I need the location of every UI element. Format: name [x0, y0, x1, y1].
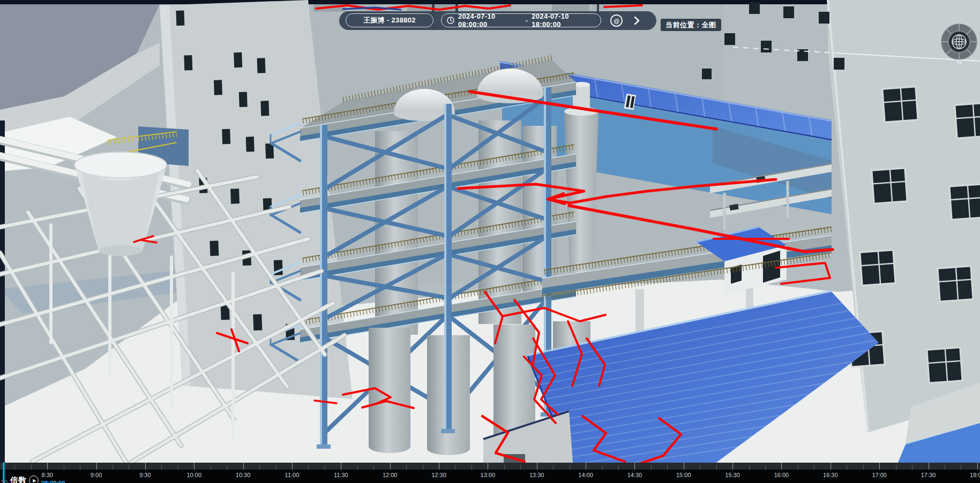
timeline-tick[interactable] [553, 465, 553, 470]
timeline-tick[interactable] [684, 463, 684, 470]
timeline-tick[interactable] [161, 465, 162, 470]
timeline-tick[interactable] [194, 463, 194, 470]
timeline-tick[interactable] [896, 465, 896, 470]
timeline-tick[interactable] [929, 463, 929, 470]
timeline-tick[interactable] [765, 465, 766, 470]
timeline-tick-label: 17:30 [921, 472, 936, 478]
timeline-tick[interactable] [847, 465, 847, 470]
timeline-tick[interactable] [586, 463, 586, 470]
timeline-tick-label: 16:00 [774, 472, 789, 478]
playback-controls: 20 倍数 ▶ 08:00:00 [1, 474, 65, 483]
timeline-tick[interactable] [211, 465, 211, 470]
play-icon[interactable]: ▶ [29, 476, 39, 483]
timeline-tick[interactable] [80, 465, 80, 470]
current-time-value: 08:00:00 [41, 480, 65, 483]
timeline-tick[interactable] [520, 465, 521, 470]
timeline-tick[interactable] [276, 465, 276, 470]
timeline-tick[interactable] [651, 465, 652, 470]
timeline-tick[interactable] [749, 465, 750, 470]
compass-north-label: N [957, 58, 962, 65]
timeline-tick[interactable] [113, 465, 113, 470]
timeline-tick-label: 14:00 [578, 472, 593, 478]
timeline-tick[interactable] [31, 465, 32, 470]
timeline-tick-label: 13:30 [529, 472, 544, 478]
timeline-tick[interactable] [667, 465, 668, 470]
timeline-tick[interactable] [145, 463, 146, 470]
timeline-tick-label: 12:30 [431, 472, 446, 478]
timeline-tick[interactable] [912, 465, 912, 470]
speed-value[interactable]: 20 [1, 479, 8, 483]
time-separator: - [526, 17, 528, 25]
timeline-tick-label: 10:30 [236, 472, 251, 478]
timeline-tick[interactable] [634, 463, 635, 470]
app-viewport: 王振博 - 238802 2024-07-10 08:00:00 - 2024-… [0, 0, 980, 483]
timeline-tick[interactable] [618, 465, 619, 470]
timeline-tick[interactable] [227, 465, 227, 470]
timeline-tick-label: 11:30 [334, 472, 348, 478]
timeline-tick-label: 12:00 [383, 472, 398, 478]
timeline-tick[interactable] [259, 465, 260, 470]
timeline-tick-label: 16:30 [823, 472, 838, 478]
timeline-tick[interactable] [488, 463, 488, 470]
timeline-tick[interactable] [455, 465, 455, 470]
timeline-tick[interactable] [406, 465, 407, 470]
clock-icon [447, 17, 454, 24]
timeline-tick[interactable] [373, 465, 374, 470]
timeline-tick[interactable] [961, 465, 961, 470]
current-location-badge: 当前位置：全图 [661, 19, 721, 31]
timeline-tick[interactable] [798, 465, 798, 470]
timeline-tick[interactable] [47, 463, 48, 470]
timeline-tick[interactable] [814, 465, 814, 470]
timeline-labels: 8:309:009:3010:0010:3011:0011:3012:0012:… [0, 470, 980, 483]
timeline-tick[interactable] [341, 463, 341, 470]
speed-label[interactable]: 倍数 [10, 476, 26, 483]
timeline-bar[interactable]: 8:309:009:3010:0010:3011:0011:3012:0012:… [0, 463, 980, 483]
target-locate-icon[interactable]: @ [610, 14, 623, 27]
timeline-tick[interactable] [129, 465, 129, 470]
timeline-tick[interactable] [863, 465, 864, 470]
timeline-tick[interactable] [700, 465, 700, 470]
timeline-tick[interactable] [292, 463, 293, 470]
timeline-tick[interactable] [64, 465, 64, 470]
timeline-tick[interactable] [472, 465, 472, 470]
person-selector[interactable]: 王振博 - 238802 [346, 13, 433, 27]
globe-crosshair-icon [952, 35, 966, 49]
timeline-tick-label: 18:00 [970, 472, 980, 478]
timeline-tick[interactable] [504, 465, 505, 470]
compass-gizmo[interactable]: N [939, 22, 980, 65]
timeline-tick[interactable] [243, 463, 244, 470]
timeline-tick[interactable] [602, 465, 603, 470]
timeline-tick-label: 15:30 [725, 472, 740, 478]
timeline-tick-label: 15:00 [676, 472, 691, 478]
timeline-tick-label: 17:00 [872, 472, 887, 478]
timeline-tick-label: 10:00 [186, 472, 201, 478]
time-end-value: 2024-07-10 18:00:00 [532, 12, 595, 28]
timeline-tick-label: 11:00 [285, 472, 300, 478]
chimney [564, 82, 599, 285]
timeline-tick-label: 14:30 [627, 472, 642, 478]
timeline-tick[interactable] [439, 463, 439, 470]
time-range-picker[interactable]: 2024-07-10 08:00:00 - 2024-07-10 18:00:0… [441, 13, 601, 27]
timeline-tick[interactable] [423, 465, 423, 470]
timeline-ticks[interactable] [0, 463, 980, 470]
timeline-tick[interactable] [570, 465, 570, 470]
timeline-tick[interactable] [390, 463, 391, 470]
chevron-right-icon[interactable] [632, 16, 641, 26]
timeline-tick[interactable] [308, 465, 309, 470]
timeline-tick[interactable] [732, 463, 733, 470]
timeline-tick-label: 13:00 [481, 472, 496, 478]
timeline-tick[interactable] [781, 463, 782, 470]
timeline-tick[interactable] [879, 463, 880, 470]
timeline-tick[interactable] [831, 463, 831, 470]
timeline-tick[interactable] [716, 465, 717, 470]
timeline-tick[interactable] [537, 463, 537, 470]
timeline-tick[interactable] [14, 465, 15, 470]
timeline-tick[interactable] [178, 465, 178, 470]
timeline-tick[interactable] [945, 465, 945, 470]
scene-3d-canvas[interactable] [0, 0, 980, 483]
timeline-tick[interactable] [977, 463, 978, 470]
timeline-tick[interactable] [96, 463, 97, 470]
timeline-tick[interactable] [325, 465, 325, 470]
person-badge-label: 王振博 - 238802 [363, 16, 416, 25]
timeline-tick[interactable] [357, 465, 358, 470]
